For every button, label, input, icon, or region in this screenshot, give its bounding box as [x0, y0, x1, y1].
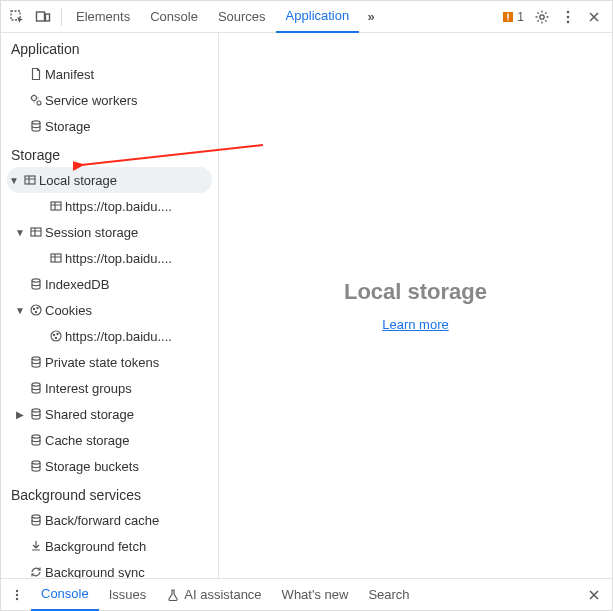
tab-sources[interactable]: Sources — [208, 1, 276, 33]
flask-icon — [166, 588, 180, 602]
svg-point-10 — [32, 121, 40, 124]
svg-point-5 — [567, 10, 570, 13]
label: Storage buckets — [45, 459, 145, 474]
settings-icon[interactable] — [530, 5, 554, 29]
drawer-tab-whats-new[interactable]: What's new — [272, 579, 359, 611]
sidebar-shared-storage[interactable]: ▶ Shared storage — [1, 401, 218, 427]
label: Shared storage — [45, 407, 140, 422]
svg-point-6 — [567, 15, 570, 18]
sidebar-local-storage[interactable]: ▼ Local storage — [7, 167, 212, 193]
sidebar-bg-fetch[interactable]: Background fetch — [1, 533, 218, 559]
sidebar-local-storage-child[interactable]: https://top.baidu.... — [1, 193, 218, 219]
label: https://top.baidu.... — [65, 329, 178, 344]
sidebar-indexeddb[interactable]: IndexedDB — [1, 271, 218, 297]
svg-point-18 — [37, 307, 38, 308]
drawer-tab-search[interactable]: Search — [358, 579, 419, 611]
label: Interest groups — [45, 381, 138, 396]
drawer-tab-ai[interactable]: AI assistance — [156, 579, 271, 611]
chevron-down-icon: ▼ — [7, 175, 21, 186]
database-icon — [27, 355, 45, 369]
svg-point-20 — [51, 331, 61, 341]
kebab-menu-icon[interactable] — [5, 583, 29, 607]
label: Storage — [45, 119, 97, 134]
svg-point-30 — [16, 589, 18, 591]
label: IndexedDB — [45, 277, 115, 292]
content-title: Local storage — [344, 279, 487, 305]
svg-point-23 — [55, 337, 56, 338]
sidebar-private-state[interactable]: Private state tokens — [1, 349, 218, 375]
drawer-tabs: Console Issues AI assistance What's new … — [1, 578, 612, 610]
section-application: Application — [1, 33, 218, 61]
main: Application Manifest Service workers Sto… — [1, 33, 612, 578]
close-icon[interactable] — [582, 5, 606, 29]
svg-rect-11 — [25, 176, 35, 184]
sync-icon — [27, 565, 45, 578]
sidebar-bg-sync[interactable]: Background sync — [1, 559, 218, 578]
svg-point-8 — [32, 96, 37, 101]
tab-console[interactable]: Console — [140, 1, 208, 33]
sidebar-session-storage[interactable]: ▼ Session storage — [1, 219, 218, 245]
inspect-icon[interactable] — [5, 5, 29, 29]
device-toolbar-icon[interactable] — [31, 5, 55, 29]
table-icon — [47, 251, 65, 265]
tab-application[interactable]: Application — [276, 1, 360, 33]
label: Cookies — [45, 303, 98, 318]
learn-more-link[interactable]: Learn more — [382, 317, 448, 332]
sidebar-session-storage-child[interactable]: https://top.baidu.... — [1, 245, 218, 271]
svg-rect-14 — [51, 254, 61, 262]
close-drawer-icon[interactable] — [582, 583, 606, 607]
sidebar-cache-storage[interactable]: Cache storage — [1, 427, 218, 453]
chevron-right-icon: ▶ — [13, 409, 27, 420]
chevron-down-icon: ▼ — [13, 227, 27, 238]
drawer-tab-issues[interactable]: Issues — [99, 579, 157, 611]
svg-point-28 — [32, 461, 40, 464]
sidebar: Application Manifest Service workers Sto… — [1, 33, 219, 578]
gears-icon — [27, 93, 45, 107]
label: Session storage — [45, 225, 144, 240]
sidebar-manifest[interactable]: Manifest — [1, 61, 218, 87]
chevron-down-icon: ▼ — [13, 305, 27, 316]
svg-point-17 — [33, 308, 34, 309]
svg-point-25 — [32, 383, 40, 386]
svg-point-24 — [32, 357, 40, 360]
sidebar-service-workers[interactable]: Service workers — [1, 87, 218, 113]
database-icon — [27, 381, 45, 395]
sidebar-cookies[interactable]: ▼ Cookies — [1, 297, 218, 323]
error-badge[interactable]: 1 — [495, 10, 530, 24]
cookie-icon — [27, 303, 45, 317]
sidebar-cookies-child[interactable]: https://top.baidu.... — [1, 323, 218, 349]
svg-point-15 — [32, 279, 40, 282]
kebab-menu-icon[interactable] — [556, 5, 580, 29]
section-storage: Storage — [1, 139, 218, 167]
content-pane: Local storage Learn more — [219, 33, 612, 578]
label: https://top.baidu.... — [65, 199, 178, 214]
tab-elements[interactable]: Elements — [66, 1, 140, 33]
sidebar-interest-groups[interactable]: Interest groups — [1, 375, 218, 401]
sidebar-storage[interactable]: Storage — [1, 113, 218, 139]
table-icon — [47, 199, 65, 213]
drawer-tab-console[interactable]: Console — [31, 579, 99, 611]
svg-point-4 — [540, 14, 544, 18]
svg-point-27 — [32, 435, 40, 438]
label: Service workers — [45, 93, 143, 108]
label: Background sync — [45, 565, 151, 579]
error-count: 1 — [517, 10, 524, 24]
label: Private state tokens — [45, 355, 165, 370]
sidebar-storage-buckets[interactable]: Storage buckets — [1, 453, 218, 479]
svg-point-21 — [53, 334, 54, 335]
table-icon — [27, 225, 45, 239]
svg-rect-13 — [31, 228, 41, 236]
sidebar-bf-cache[interactable]: Back/forward cache — [1, 507, 218, 533]
label: Background fetch — [45, 539, 152, 554]
cookie-icon — [47, 329, 65, 343]
svg-rect-2 — [46, 14, 50, 21]
svg-point-16 — [31, 305, 41, 315]
svg-point-32 — [16, 597, 18, 599]
more-tabs-icon[interactable]: » — [359, 5, 383, 29]
svg-point-9 — [37, 101, 41, 105]
svg-rect-12 — [51, 202, 61, 210]
fetch-icon — [27, 539, 45, 553]
database-icon — [27, 277, 45, 291]
divider — [61, 8, 62, 26]
database-icon — [27, 119, 45, 133]
